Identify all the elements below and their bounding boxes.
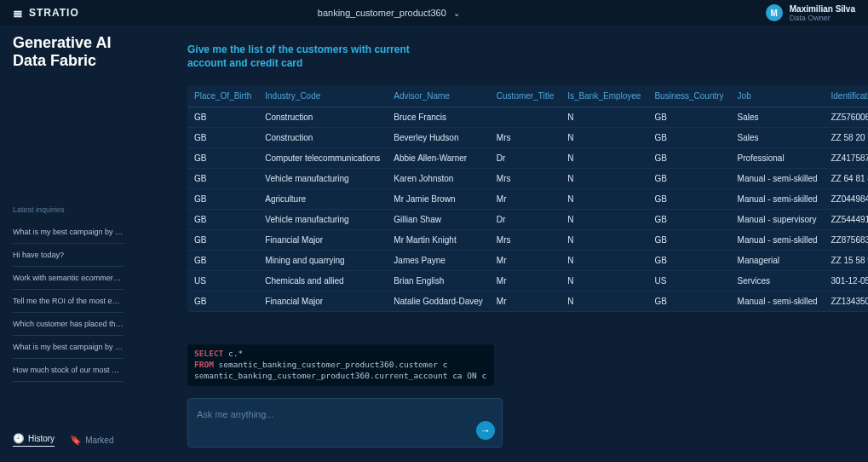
column-header[interactable]: Business_Country <box>647 85 730 107</box>
table-cell: GB <box>187 292 258 312</box>
table-cell: Gillian Shaw <box>387 210 490 230</box>
table-cell: Construction <box>258 128 387 148</box>
table-cell: GB <box>647 189 730 210</box>
chevron-down-icon: ⌄ <box>453 9 460 18</box>
table-row[interactable]: GBAgricultureMr Jamie BrownMrNGBManual -… <box>187 189 868 210</box>
table-row[interactable]: GBConstructionBruce FrancisNGBSalesZZ576… <box>187 107 868 128</box>
inquiry-item[interactable]: What is my best campaign by ROI ... <box>13 336 124 359</box>
table-cell: Mr <box>490 251 560 271</box>
table-cell: US <box>647 271 730 292</box>
table-cell: Beverley Hudson <box>387 128 490 148</box>
table-row[interactable]: GBConstructionBeverley HudsonMrsNGBSales… <box>187 128 868 148</box>
table-cell: N <box>560 189 647 210</box>
inquiry-item[interactable]: Tell me the ROI of the most expen... <box>13 290 124 313</box>
table-row[interactable]: GBVehicle manufacturingGillian ShawDrNGB… <box>187 210 868 230</box>
tab-history[interactable]: 🕘 History <box>13 433 55 447</box>
chat-input[interactable] <box>197 409 493 430</box>
user-menu[interactable]: M Maximilian Silva Data Owner <box>766 4 855 22</box>
table-cell: Mr <box>490 271 560 292</box>
column-header[interactable]: Place_Of_Birth <box>187 85 258 107</box>
table-cell: Mr Martin Knight <box>387 230 490 251</box>
table-cell: GB <box>647 169 730 189</box>
table-cell: N <box>560 271 647 292</box>
column-header[interactable]: Is_Bank_Employee <box>560 85 647 107</box>
table-cell: James Payne <box>387 251 490 271</box>
column-header[interactable]: Job <box>731 85 825 107</box>
table-cell: Sales <box>731 128 825 148</box>
table-cell: GB <box>187 230 258 251</box>
table-cell: Professional <box>731 148 825 169</box>
table-cell: Sales <box>731 107 825 128</box>
table-cell: N <box>560 128 647 148</box>
table-row[interactable]: GBMining and quarryingJames PayneMrNGBMa… <box>187 251 868 271</box>
column-header[interactable]: Customer_Title <box>490 85 560 107</box>
table-cell: Services <box>731 271 825 292</box>
table-cell: ZZ576006T <box>825 107 868 128</box>
inquiry-item[interactable]: Hi have today? <box>13 244 124 267</box>
table-cell: Abbie Allen-Warner <box>387 148 490 169</box>
inquiry-item[interactable]: How much stock of our most popu... <box>13 359 124 382</box>
table-row[interactable]: USChemicals and alliedBrian EnglishMrNUS… <box>187 271 868 292</box>
table-cell: Mining and quarrying <box>258 251 387 271</box>
table-cell: N <box>560 148 647 169</box>
table-cell: N <box>560 230 647 251</box>
table-cell: GB <box>647 292 730 312</box>
table-cell: GB <box>187 107 258 128</box>
column-header[interactable]: Industry_Code <box>258 85 387 107</box>
table-cell: N <box>560 251 647 271</box>
table-cell: Vehicle manufacturing <box>258 169 387 189</box>
table-cell: Mrs <box>490 169 560 189</box>
arrow-right-icon: → <box>480 424 491 436</box>
table-cell: GB <box>187 251 258 271</box>
table-cell: Manual - semi-skilled <box>731 230 825 251</box>
app-title: Generative AI Data Fabric <box>13 34 124 69</box>
table-row[interactable]: GBVehicle manufacturingKaren JohnstonMrs… <box>187 169 868 189</box>
user-name: Maximilian Silva <box>790 4 855 14</box>
tab-marked[interactable]: 🔖 Marked <box>70 433 113 447</box>
table-cell: GB <box>647 230 730 251</box>
project-name: banking_customer_product360 <box>318 8 446 18</box>
inquiry-item[interactable]: What is my best campaign by ROI ... <box>13 221 124 244</box>
table-cell: Computer telecommunications <box>258 148 387 169</box>
table-cell: Karen Johnston <box>387 169 490 189</box>
table-cell: Financial Major <box>258 230 387 251</box>
table-cell: N <box>560 169 647 189</box>
table-cell: Manual - semi-skilled <box>731 292 825 312</box>
table-row[interactable]: GBComputer telecommunicationsAbbie Allen… <box>187 148 868 169</box>
send-button[interactable]: → <box>476 421 495 440</box>
column-header[interactable]: Advisor_Name <box>387 85 490 107</box>
table-row[interactable]: GBFinancial MajorMr Martin KnightMrsNGBM… <box>187 230 868 251</box>
project-selector[interactable]: banking_customer_product360 ⌄ <box>318 8 460 18</box>
table-cell: GB <box>187 210 258 230</box>
column-header[interactable]: Identification_Number <box>825 85 868 107</box>
brand-icon <box>13 8 25 18</box>
table-cell: N <box>560 210 647 230</box>
table-cell: GB <box>647 107 730 128</box>
table-cell: Mr <box>490 189 560 210</box>
table-cell: Brian English <box>387 271 490 292</box>
table-cell: ZZ875683T <box>825 230 868 251</box>
table-cell: Construction <box>258 107 387 128</box>
table-cell: Mrs <box>490 230 560 251</box>
table-cell: ZZ134350T <box>825 292 868 312</box>
table-cell: Mrs <box>490 128 560 148</box>
table-cell: ZZ417587T <box>825 148 868 169</box>
table-cell: ZZ 15 58 91 T <box>825 251 868 271</box>
tab-marked-label: Marked <box>85 436 113 445</box>
inquiry-item[interactable]: Work with semantic ecommerce d... <box>13 267 124 290</box>
table-row[interactable]: GBFinancial MajorNatalie Goddard-DaveyMr… <box>187 292 868 312</box>
table-cell: GB <box>647 128 730 148</box>
clock-icon: 🕘 <box>13 433 25 444</box>
table-cell: GB <box>187 148 258 169</box>
table-cell: Manual - supervisory <box>731 210 825 230</box>
latest-inquiries-label: Latest inquiries <box>13 205 124 214</box>
table-cell: Vehicle manufacturing <box>258 210 387 230</box>
table-cell: Manual - semi-skilled <box>731 169 825 189</box>
table-cell: ZZ 64 81 83 T <box>825 169 868 189</box>
results-table: Place_Of_BirthIndustry_CodeAdvisor_NameC… <box>187 85 868 312</box>
inquiry-item[interactable]: Which customer has placed the m... <box>13 313 124 336</box>
table-cell: Dr <box>490 210 560 230</box>
table-cell: 301-12-0587 <box>825 271 868 292</box>
table-cell: Mr Jamie Brown <box>387 189 490 210</box>
tab-history-label: History <box>28 434 55 443</box>
